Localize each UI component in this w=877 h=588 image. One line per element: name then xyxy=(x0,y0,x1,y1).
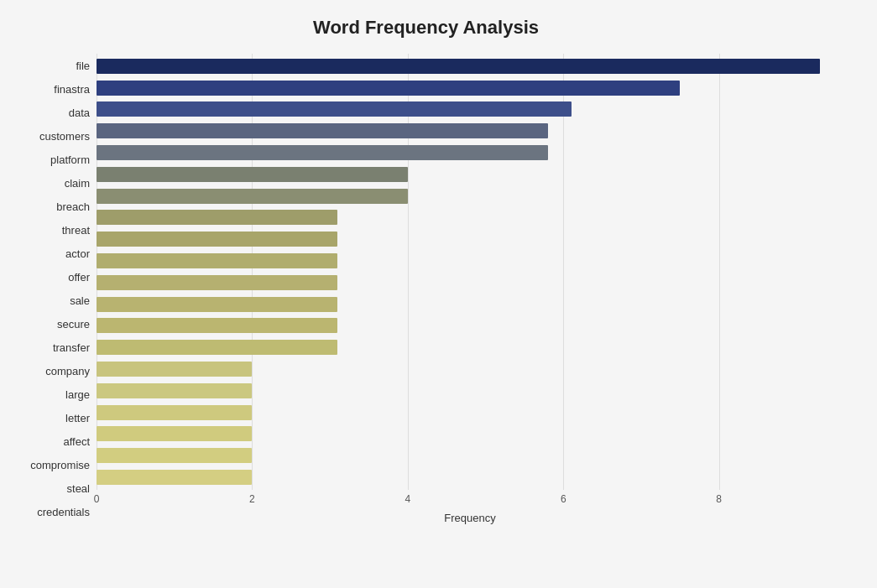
y-label: large xyxy=(65,385,90,405)
bar xyxy=(97,232,337,247)
bar-row xyxy=(97,143,843,162)
x-tick: 2 xyxy=(249,493,255,505)
chart-area: filefinastradatacustomersplatformclaimbr… xyxy=(8,54,843,524)
y-label: actor xyxy=(65,243,90,263)
y-label: steal xyxy=(67,479,90,499)
bar xyxy=(97,362,252,377)
bar-row xyxy=(97,403,843,422)
bar-row xyxy=(97,122,843,140)
y-labels: filefinastradatacustomersplatformclaimbr… xyxy=(8,54,97,524)
bar-row xyxy=(97,468,843,487)
bar xyxy=(97,340,337,355)
y-label: credentials xyxy=(37,502,90,523)
bar-row xyxy=(97,187,843,206)
chart-title: Word Frequency Analysis xyxy=(8,17,843,39)
y-label: customers xyxy=(39,126,90,146)
bar-row xyxy=(97,446,843,465)
y-label: data xyxy=(69,102,90,122)
bar xyxy=(97,101,572,117)
y-label: threat xyxy=(62,220,90,240)
bar xyxy=(97,59,820,74)
y-label: affect xyxy=(63,432,90,452)
bar-row xyxy=(97,57,843,75)
bar xyxy=(97,405,252,420)
bar xyxy=(97,383,252,398)
bar-row xyxy=(97,230,843,248)
y-label: platform xyxy=(50,149,90,169)
bar xyxy=(97,448,252,463)
y-label: letter xyxy=(65,408,90,429)
y-label: breach xyxy=(56,196,90,216)
x-axis-label: Frequency xyxy=(97,512,843,524)
y-label: secure xyxy=(57,315,90,335)
bar-row xyxy=(97,295,843,314)
y-label: sale xyxy=(70,290,90,310)
bar-row xyxy=(97,79,843,97)
bar xyxy=(97,297,337,312)
y-label: file xyxy=(76,55,90,75)
grid-and-bars xyxy=(97,54,843,490)
bar-row xyxy=(97,338,843,356)
bar xyxy=(97,123,548,138)
bar xyxy=(97,145,548,160)
bars-wrapper xyxy=(97,54,843,490)
x-tick: 4 xyxy=(405,493,410,505)
bar xyxy=(97,470,252,485)
bar xyxy=(97,81,680,96)
bar-row xyxy=(97,382,843,400)
y-label: claim xyxy=(65,173,90,193)
chart-container: Word Frequency Analysis filefinastradata… xyxy=(0,0,877,588)
y-label: company xyxy=(45,362,90,382)
bar xyxy=(97,167,408,182)
bars-and-grid: 02468 Frequency xyxy=(97,54,843,524)
x-axis: 02468 xyxy=(97,493,843,510)
y-label: finastra xyxy=(54,79,90,99)
x-tick: 6 xyxy=(561,493,566,505)
bar xyxy=(97,189,408,204)
bar-row xyxy=(97,165,843,184)
bar-row xyxy=(97,100,843,118)
y-label: offer xyxy=(68,267,90,287)
bar xyxy=(97,210,337,225)
y-label: compromise xyxy=(30,455,90,476)
bar xyxy=(97,426,252,441)
bar xyxy=(97,318,337,333)
bar-row xyxy=(97,273,843,292)
x-tick: 8 xyxy=(716,493,722,505)
bar-row xyxy=(97,360,843,378)
bar xyxy=(97,275,337,290)
bar-row xyxy=(97,208,843,226)
bar-row xyxy=(97,252,843,270)
bar-row xyxy=(97,316,843,335)
x-tick: 0 xyxy=(94,493,100,505)
y-label: transfer xyxy=(53,338,90,358)
bar xyxy=(97,253,337,268)
bar-row xyxy=(97,424,843,443)
